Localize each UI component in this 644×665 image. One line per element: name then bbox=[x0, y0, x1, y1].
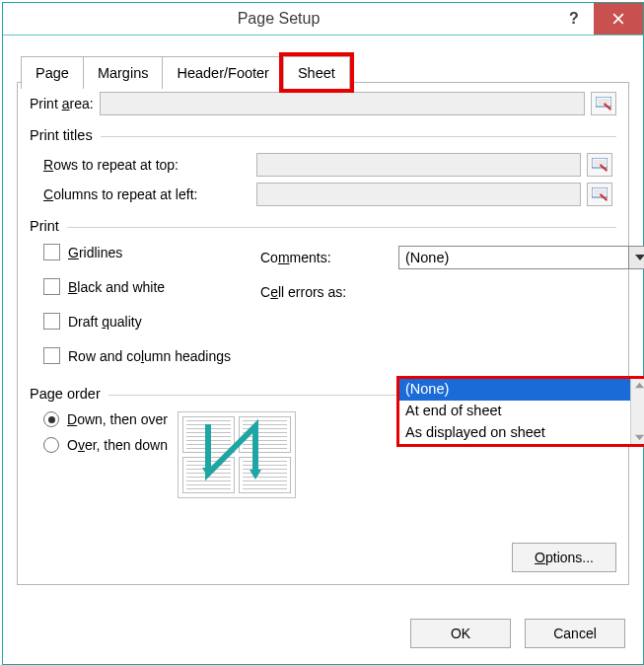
page-order-arrow-icon bbox=[179, 412, 287, 489]
cols-repeat-label: Columns to repeat at left: bbox=[43, 186, 250, 202]
sheet-panel: Print area: Print titles bbox=[17, 82, 629, 585]
svg-rect-9 bbox=[594, 189, 606, 195]
page-setup-window: Page Setup ? Page Margins Header/Footer … bbox=[2, 2, 644, 665]
close-button[interactable] bbox=[594, 3, 643, 35]
page-order-illustration bbox=[178, 411, 296, 498]
comments-dropdown[interactable]: (None) bbox=[398, 246, 644, 269]
draft-checkbox[interactable] bbox=[43, 313, 60, 330]
black-white-label: Black and white bbox=[68, 279, 165, 295]
ok-button[interactable]: OK bbox=[410, 619, 511, 648]
down-then-over-label: Down, then over bbox=[67, 411, 168, 427]
print-area-label: Print area: bbox=[30, 96, 94, 111]
tab-sheet[interactable]: Sheet bbox=[283, 56, 350, 89]
svg-marker-11 bbox=[635, 255, 644, 260]
group-print: Print bbox=[30, 218, 67, 234]
cancel-button[interactable]: Cancel bbox=[525, 619, 625, 648]
close-icon bbox=[612, 13, 624, 25]
group-print-titles: Print titles bbox=[30, 127, 101, 143]
svg-rect-3 bbox=[598, 99, 609, 105]
chevron-down-icon bbox=[628, 247, 644, 268]
gridlines-label: Gridlines bbox=[68, 245, 122, 260]
svg-marker-15 bbox=[635, 435, 644, 440]
print-area-input[interactable] bbox=[100, 92, 585, 115]
comments-value: (None) bbox=[399, 250, 628, 265]
cols-repeat-input[interactable] bbox=[256, 183, 581, 206]
svg-marker-14 bbox=[635, 383, 644, 388]
scroll-down-icon bbox=[635, 434, 644, 441]
over-then-down-radio[interactable] bbox=[43, 437, 59, 453]
help-button[interactable]: ? bbox=[554, 3, 594, 35]
rows-repeat-ref-button[interactable] bbox=[587, 153, 612, 177]
group-page-order: Page order bbox=[30, 386, 108, 402]
black-white-checkbox[interactable] bbox=[43, 278, 60, 295]
window-title: Page Setup bbox=[3, 10, 554, 28]
scroll-up-icon bbox=[635, 382, 644, 389]
gridlines-checkbox[interactable] bbox=[43, 244, 60, 260]
svg-marker-13 bbox=[250, 470, 261, 480]
rows-repeat-label: Rows to repeat at top: bbox=[43, 157, 250, 173]
print-area-ref-button[interactable] bbox=[591, 92, 616, 115]
row-col-headings-checkbox[interactable] bbox=[43, 347, 60, 364]
tab-bar: Page Margins Header/Footer Sheet bbox=[17, 52, 629, 83]
collapse-dialog-icon bbox=[592, 187, 608, 201]
comments-label: Comments: bbox=[260, 250, 398, 265]
options-button[interactable]: Options... bbox=[512, 543, 616, 572]
row-col-headings-label: Row and column headings bbox=[68, 348, 231, 364]
collapse-dialog-icon bbox=[592, 158, 608, 172]
comments-option-end[interactable]: At end of sheet bbox=[399, 401, 644, 422]
cols-repeat-ref-button[interactable] bbox=[587, 183, 612, 206]
svg-rect-6 bbox=[594, 160, 606, 166]
comments-option-displayed[interactable]: As displayed on sheet bbox=[399, 422, 644, 444]
comments-option-none[interactable]: (None) bbox=[399, 379, 644, 401]
collapse-dialog-icon bbox=[596, 97, 611, 111]
down-then-over-radio[interactable] bbox=[43, 411, 59, 427]
rows-repeat-input[interactable] bbox=[256, 153, 581, 177]
over-then-down-label: Over, then down bbox=[67, 437, 168, 453]
cell-errors-label: Cell errors as: bbox=[260, 284, 398, 300]
listbox-scrollbar[interactable] bbox=[630, 379, 644, 444]
titlebar: Page Setup ? bbox=[3, 3, 643, 36]
comments-dropdown-list[interactable]: (None) At end of sheet As displayed on s… bbox=[396, 376, 644, 447]
draft-label: Draft quality bbox=[68, 314, 142, 330]
